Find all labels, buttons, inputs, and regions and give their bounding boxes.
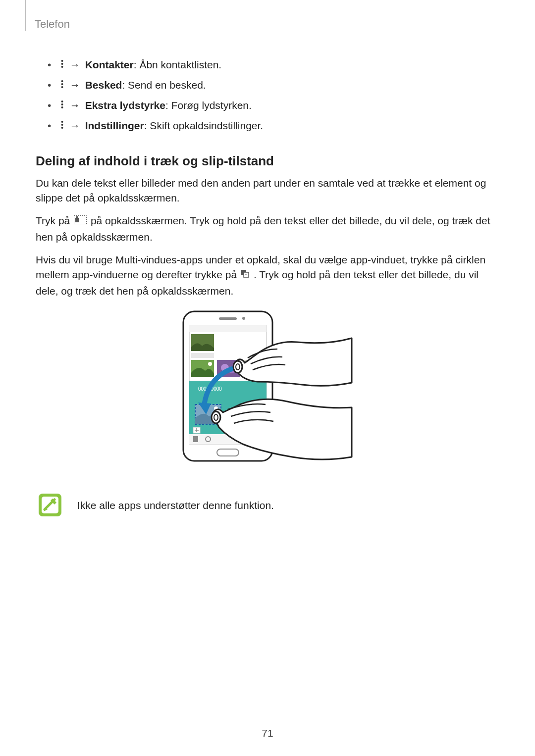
options-list: → Kontakter: Åbn kontaktlisten. → Besked… xyxy=(48,55,499,137)
svg-point-14 xyxy=(76,216,78,219)
note-text: Ikke alle apps understøtter denne funkti… xyxy=(77,493,274,511)
svg-rect-24 xyxy=(191,353,214,358)
svg-point-2 xyxy=(61,66,63,68)
drag-drop-illustration: 0000-0000 xyxy=(178,308,357,474)
share-dashed-icon xyxy=(74,213,87,228)
paragraph: Hvis du vil bruge Multi-vindues-apps und… xyxy=(36,252,499,299)
paragraph: Du kan dele tekst eller billeder med den… xyxy=(36,176,499,205)
list-item: → Kontakter: Åbn kontaktlisten. xyxy=(48,55,499,76)
arrow-icon: → xyxy=(69,100,82,111)
more-icon xyxy=(60,76,64,95)
svg-point-11 xyxy=(61,127,63,129)
text: Tryk på xyxy=(36,215,73,226)
illustration-container: 0000-0000 xyxy=(36,308,499,474)
svg-point-6 xyxy=(61,101,63,102)
option-desc: : Send en besked. xyxy=(122,79,206,91)
svg-rect-19 xyxy=(219,317,237,320)
svg-point-3 xyxy=(61,80,63,82)
option-desc: : Forøg lydstyrken. xyxy=(165,100,252,111)
svg-point-20 xyxy=(242,317,245,320)
list-item: → Ekstra lydstyrke: Forøg lydstyrken. xyxy=(48,96,499,116)
option-label: Indstillinger xyxy=(85,120,144,131)
subheading: Deling af indhold i træk og slip-tilstan… xyxy=(36,153,499,169)
more-icon xyxy=(60,116,64,135)
more-icon xyxy=(60,55,64,74)
header-rule xyxy=(25,0,26,31)
page-number: 71 xyxy=(0,727,535,739)
svg-point-26 xyxy=(208,362,212,366)
text: på opkaldsskærmen. Tryk og hold på den t… xyxy=(36,215,490,243)
svg-point-9 xyxy=(61,121,63,123)
option-label: Kontakter xyxy=(85,59,134,70)
svg-point-41 xyxy=(212,411,220,423)
svg-point-4 xyxy=(61,83,63,85)
svg-rect-35 xyxy=(193,436,198,442)
svg-point-10 xyxy=(61,124,63,126)
arrow-icon: → xyxy=(69,59,82,70)
svg-point-8 xyxy=(61,106,63,108)
section-title: Telefon xyxy=(35,18,70,31)
paragraph: Tryk på på opkaldsskærmen. Tryk og hold … xyxy=(36,213,499,245)
arrow-icon: → xyxy=(69,120,82,131)
multiwindow-icon xyxy=(241,267,250,282)
note-icon xyxy=(38,493,62,519)
page-content: → Kontakter: Åbn kontaktlisten. → Besked… xyxy=(36,55,499,519)
option-label: Ekstra lydstyrke xyxy=(85,100,165,111)
svg-rect-22 xyxy=(189,325,267,332)
svg-point-1 xyxy=(61,63,63,65)
option-label: Besked xyxy=(85,79,122,91)
list-item: → Besked: Send en besked. xyxy=(48,76,499,96)
svg-point-5 xyxy=(61,86,63,88)
svg-point-39 xyxy=(233,361,242,373)
list-item: → Indstillinger: Skift opkaldsindstillin… xyxy=(48,116,499,137)
arrow-icon: → xyxy=(69,79,82,91)
note: Ikke alle apps understøtter denne funkti… xyxy=(36,493,499,519)
more-icon xyxy=(60,96,64,115)
svg-point-7 xyxy=(61,103,63,105)
option-desc: : Åbn kontaktlisten. xyxy=(134,59,221,70)
option-desc: : Skift opkaldsindstillinger. xyxy=(144,120,263,131)
svg-point-0 xyxy=(61,60,63,62)
